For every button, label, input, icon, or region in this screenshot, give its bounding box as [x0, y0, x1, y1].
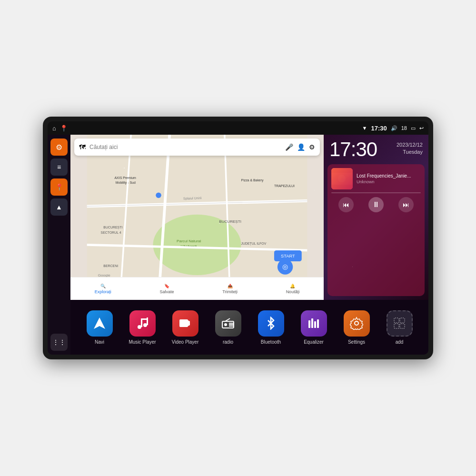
sidebar-apps-btn[interactable]: ⋮⋮: [50, 334, 68, 351]
device-frame: ⌂ 📍 ▼ 17:30 🔊 18 ▭ ↩ ⚙ ≡: [43, 117, 433, 359]
svg-rect-51: [400, 324, 405, 328]
settings-map-icon[interactable]: ⚙: [309, 143, 315, 151]
app-item-equalizer[interactable]: Equalizer: [297, 310, 330, 345]
status-left: ⌂ 📍: [52, 125, 68, 132]
svg-marker-36: [188, 320, 190, 326]
sidebar-nav-btn[interactable]: ▲: [50, 198, 68, 216]
map-search-bar[interactable]: 🗺 🎤 👤 ⚙: [74, 139, 320, 156]
pin-icon: 📍: [55, 183, 63, 191]
sidebar-settings-btn[interactable]: ⚙: [50, 139, 68, 156]
grid-icon: ⋮⋮: [52, 338, 66, 346]
app-icon-radio: [215, 310, 241, 337]
svg-point-31: [143, 323, 147, 327]
app-icon-bluetooth: [258, 310, 284, 337]
svg-text:AXIS Premium: AXIS Premium: [115, 176, 137, 179]
music-controls: ⏮ ⏸ ⏭: [331, 197, 421, 212]
app-item-music-player[interactable]: Music Player: [126, 310, 159, 345]
music-progress-bar[interactable]: [331, 192, 421, 193]
battery-level: 18: [401, 125, 407, 131]
svg-text:BUCUREȘTI: BUCUREȘTI: [103, 226, 122, 229]
news-icon: 🔔: [290, 284, 295, 288]
music-artist: Unknown: [357, 179, 421, 184]
wifi-icon: ▼: [362, 125, 367, 131]
share-icon: 📤: [228, 284, 233, 288]
app-icon-add: [387, 310, 413, 337]
app-label-navi: Navi: [95, 339, 104, 345]
svg-rect-26: [331, 168, 353, 189]
play-pause-btn[interactable]: ⏸: [368, 197, 384, 212]
app-label-settings: Settings: [348, 339, 365, 345]
svg-text:Parcul Natural: Parcul Natural: [177, 239, 201, 243]
app-item-settings[interactable]: Settings: [340, 310, 373, 345]
sidebar-files-btn[interactable]: ≡: [50, 159, 68, 176]
svg-rect-49: [400, 318, 405, 323]
share-label: Trimiteți: [222, 289, 238, 294]
app-item-navi[interactable]: Navi: [83, 310, 116, 345]
app-label-music-player: Music Player: [129, 339, 156, 345]
app-icon-settings: [344, 310, 370, 337]
mic-icon[interactable]: 🎤: [285, 143, 293, 151]
app-icon-video-player: [172, 310, 198, 337]
svg-text:SECTORUL 4: SECTORUL 4: [101, 231, 121, 234]
svg-point-38: [224, 323, 227, 326]
volume-icon: 🔊: [391, 125, 397, 131]
saved-label: Salvate: [160, 289, 174, 294]
back-icon[interactable]: ↩: [419, 125, 424, 131]
map-share-btn[interactable]: 📤 Trimiteți: [222, 284, 238, 294]
app-item-add[interactable]: add: [383, 310, 416, 345]
svg-rect-27: [331, 173, 353, 185]
svg-text:JUDEȚUL ILFOV: JUDEȚUL ILFOV: [241, 242, 267, 246]
svg-text:Pizza & Bakery: Pizza & Bakery: [241, 178, 264, 182]
svg-text:TRAPEZULUI: TRAPEZULUI: [274, 184, 295, 188]
svg-marker-29: [94, 317, 105, 329]
app-icon-navi: [87, 310, 113, 337]
map-explore-btn[interactable]: 🔍 Explorați: [95, 284, 111, 294]
bottom-apps: NaviMusic PlayerVideo PlayerradioBluetoo…: [70, 300, 428, 355]
sidebar: ⚙ ≡ 📍 ▲ ⋮⋮: [48, 135, 70, 355]
album-art: [331, 168, 353, 189]
explore-label: Explorați: [95, 289, 111, 294]
clock-date-line2: Tuesday: [397, 149, 423, 156]
app-item-video-player[interactable]: Video Player: [169, 310, 202, 345]
saved-icon: 🔖: [164, 284, 169, 288]
app-icon-equalizer: [301, 310, 327, 337]
news-label: Noutăți: [286, 289, 300, 294]
svg-text:BUCUREȘTI: BUCUREȘTI: [219, 219, 241, 224]
account-icon[interactable]: 👤: [297, 143, 305, 151]
map-news-btn[interactable]: 🔔 Noutăți: [286, 284, 300, 294]
right-panel: 17:30 2023/12/12 Tuesday: [324, 135, 428, 300]
svg-text:START: START: [281, 254, 295, 258]
music-widget[interactable]: Lost Frequencies_Janie... Unknown ⏮ ⏸ ⏭: [327, 164, 425, 296]
search-input[interactable]: [89, 144, 281, 150]
google-maps-icon: 🗺: [79, 143, 86, 151]
svg-rect-45: [314, 321, 316, 328]
svg-rect-34: [141, 318, 148, 320]
app-item-bluetooth[interactable]: Bluetooth: [254, 310, 288, 345]
next-btn[interactable]: ⏭: [398, 197, 414, 212]
status-time: 17:30: [371, 125, 387, 132]
battery-icon: ▭: [411, 125, 416, 131]
explore-icon: 🔍: [100, 284, 106, 288]
music-top: Lost Frequencies_Janie... Unknown: [331, 168, 421, 189]
nav-arrow-icon: ▲: [56, 203, 62, 211]
clock-date: 2023/12/12 Tuesday: [397, 141, 423, 156]
app-label-bluetooth: Bluetooth: [261, 339, 281, 345]
main-area: ⚙ ≡ 📍 ▲ ⋮⋮: [48, 135, 428, 355]
prev-btn[interactable]: ⏮: [338, 197, 354, 212]
map-area[interactable]: Parcul Natural Văcărești Splaiul Unirii: [70, 135, 324, 300]
clock-area: 17:30 2023/12/12 Tuesday: [324, 135, 428, 162]
app-item-radio[interactable]: radio: [211, 310, 245, 345]
app-label-add: add: [396, 339, 404, 345]
svg-text:Mobility - Sud: Mobility - Sud: [116, 181, 136, 185]
home-icon[interactable]: ⌂: [52, 125, 56, 132]
files-icon: ≡: [57, 163, 61, 171]
map-saved-btn[interactable]: 🔖 Salvate: [160, 284, 174, 294]
svg-point-30: [138, 325, 141, 329]
svg-rect-43: [308, 320, 310, 328]
svg-rect-46: [317, 319, 319, 328]
clock-date-line1: 2023/12/12: [397, 141, 423, 149]
maps-status-icon[interactable]: 📍: [60, 125, 68, 132]
sidebar-maps-btn[interactable]: 📍: [50, 178, 68, 196]
svg-point-16: [156, 192, 161, 198]
status-right: ▼ 17:30 🔊 18 ▭ ↩: [362, 125, 424, 132]
